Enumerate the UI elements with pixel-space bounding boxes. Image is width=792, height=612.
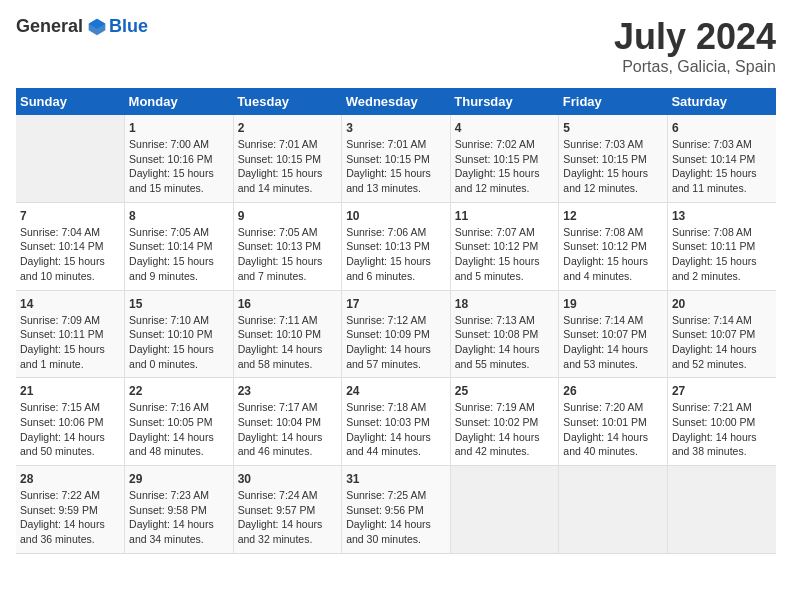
calendar-cell: 21Sunrise: 7:15 AMSunset: 10:06 PMDaylig… (16, 378, 125, 466)
calendar-cell: 16Sunrise: 7:11 AMSunset: 10:10 PMDaylig… (233, 290, 342, 378)
calendar-cell: 3Sunrise: 7:01 AMSunset: 10:15 PMDayligh… (342, 115, 451, 202)
day-info: Sunrise: 7:01 AMSunset: 10:15 PMDaylight… (346, 137, 446, 196)
calendar-cell: 15Sunrise: 7:10 AMSunset: 10:10 PMDaylig… (125, 290, 234, 378)
day-info: Sunrise: 7:05 AMSunset: 10:13 PMDaylight… (238, 225, 338, 284)
calendar-cell: 19Sunrise: 7:14 AMSunset: 10:07 PMDaylig… (559, 290, 668, 378)
day-number: 8 (129, 209, 229, 223)
calendar-cell: 26Sunrise: 7:20 AMSunset: 10:01 PMDaylig… (559, 378, 668, 466)
header-monday: Monday (125, 88, 234, 115)
day-info: Sunrise: 7:21 AMSunset: 10:00 PMDaylight… (672, 400, 772, 459)
calendar-cell: 13Sunrise: 7:08 AMSunset: 10:11 PMDaylig… (667, 202, 776, 290)
day-info: Sunrise: 7:13 AMSunset: 10:08 PMDaylight… (455, 313, 555, 372)
day-info: Sunrise: 7:02 AMSunset: 10:15 PMDaylight… (455, 137, 555, 196)
day-number: 26 (563, 384, 663, 398)
calendar-cell: 2Sunrise: 7:01 AMSunset: 10:15 PMDayligh… (233, 115, 342, 202)
calendar-cell: 18Sunrise: 7:13 AMSunset: 10:08 PMDaylig… (450, 290, 559, 378)
calendar-cell (450, 466, 559, 554)
day-number: 16 (238, 297, 338, 311)
day-info: Sunrise: 7:23 AMSunset: 9:58 PMDaylight:… (129, 488, 229, 547)
week-row-5: 28Sunrise: 7:22 AMSunset: 9:59 PMDayligh… (16, 466, 776, 554)
day-number: 24 (346, 384, 446, 398)
header-saturday: Saturday (667, 88, 776, 115)
page-title: July 2024 (614, 16, 776, 58)
header-thursday: Thursday (450, 88, 559, 115)
header-sunday: Sunday (16, 88, 125, 115)
calendar-body: 1Sunrise: 7:00 AMSunset: 10:16 PMDayligh… (16, 115, 776, 553)
day-info: Sunrise: 7:08 AMSunset: 10:12 PMDaylight… (563, 225, 663, 284)
day-number: 13 (672, 209, 772, 223)
day-number: 25 (455, 384, 555, 398)
day-number: 11 (455, 209, 555, 223)
logo-icon (87, 17, 107, 37)
day-number: 14 (20, 297, 120, 311)
calendar-cell (559, 466, 668, 554)
calendar-cell (667, 466, 776, 554)
day-number: 18 (455, 297, 555, 311)
day-number: 5 (563, 121, 663, 135)
calendar-cell: 8Sunrise: 7:05 AMSunset: 10:14 PMDayligh… (125, 202, 234, 290)
day-number: 6 (672, 121, 772, 135)
day-info: Sunrise: 7:11 AMSunset: 10:10 PMDaylight… (238, 313, 338, 372)
calendar-cell: 30Sunrise: 7:24 AMSunset: 9:57 PMDayligh… (233, 466, 342, 554)
day-info: Sunrise: 7:22 AMSunset: 9:59 PMDaylight:… (20, 488, 120, 547)
calendar-cell: 22Sunrise: 7:16 AMSunset: 10:05 PMDaylig… (125, 378, 234, 466)
day-number: 21 (20, 384, 120, 398)
day-number: 30 (238, 472, 338, 486)
day-info: Sunrise: 7:24 AMSunset: 9:57 PMDaylight:… (238, 488, 338, 547)
day-info: Sunrise: 7:18 AMSunset: 10:03 PMDaylight… (346, 400, 446, 459)
logo-general-text: General (16, 16, 83, 37)
page-header: General Blue July 2024 Portas, Galicia, … (16, 16, 776, 76)
calendar-cell: 11Sunrise: 7:07 AMSunset: 10:12 PMDaylig… (450, 202, 559, 290)
day-number: 20 (672, 297, 772, 311)
logo: General Blue (16, 16, 148, 37)
logo-blue-text: Blue (109, 16, 148, 37)
calendar-cell: 6Sunrise: 7:03 AMSunset: 10:14 PMDayligh… (667, 115, 776, 202)
day-number: 9 (238, 209, 338, 223)
calendar-cell: 20Sunrise: 7:14 AMSunset: 10:07 PMDaylig… (667, 290, 776, 378)
day-info: Sunrise: 7:09 AMSunset: 10:11 PMDaylight… (20, 313, 120, 372)
day-info: Sunrise: 7:25 AMSunset: 9:56 PMDaylight:… (346, 488, 446, 547)
day-number: 23 (238, 384, 338, 398)
day-info: Sunrise: 7:03 AMSunset: 10:15 PMDaylight… (563, 137, 663, 196)
calendar-cell: 7Sunrise: 7:04 AMSunset: 10:14 PMDayligh… (16, 202, 125, 290)
calendar-cell: 27Sunrise: 7:21 AMSunset: 10:00 PMDaylig… (667, 378, 776, 466)
calendar-cell: 12Sunrise: 7:08 AMSunset: 10:12 PMDaylig… (559, 202, 668, 290)
calendar-cell: 17Sunrise: 7:12 AMSunset: 10:09 PMDaylig… (342, 290, 451, 378)
calendar-table: Sunday Monday Tuesday Wednesday Thursday… (16, 88, 776, 554)
week-row-4: 21Sunrise: 7:15 AMSunset: 10:06 PMDaylig… (16, 378, 776, 466)
day-info: Sunrise: 7:00 AMSunset: 10:16 PMDaylight… (129, 137, 229, 196)
day-number: 27 (672, 384, 772, 398)
day-info: Sunrise: 7:10 AMSunset: 10:10 PMDaylight… (129, 313, 229, 372)
day-number: 22 (129, 384, 229, 398)
week-row-2: 7Sunrise: 7:04 AMSunset: 10:14 PMDayligh… (16, 202, 776, 290)
day-info: Sunrise: 7:12 AMSunset: 10:09 PMDaylight… (346, 313, 446, 372)
calendar-header: Sunday Monday Tuesday Wednesday Thursday… (16, 88, 776, 115)
day-number: 12 (563, 209, 663, 223)
header-friday: Friday (559, 88, 668, 115)
day-info: Sunrise: 7:14 AMSunset: 10:07 PMDaylight… (563, 313, 663, 372)
week-row-1: 1Sunrise: 7:00 AMSunset: 10:16 PMDayligh… (16, 115, 776, 202)
title-section: July 2024 Portas, Galicia, Spain (614, 16, 776, 76)
header-tuesday: Tuesday (233, 88, 342, 115)
day-number: 29 (129, 472, 229, 486)
week-row-3: 14Sunrise: 7:09 AMSunset: 10:11 PMDaylig… (16, 290, 776, 378)
day-number: 28 (20, 472, 120, 486)
day-info: Sunrise: 7:16 AMSunset: 10:05 PMDaylight… (129, 400, 229, 459)
day-info: Sunrise: 7:20 AMSunset: 10:01 PMDaylight… (563, 400, 663, 459)
page-subtitle: Portas, Galicia, Spain (614, 58, 776, 76)
calendar-cell: 25Sunrise: 7:19 AMSunset: 10:02 PMDaylig… (450, 378, 559, 466)
calendar-cell: 28Sunrise: 7:22 AMSunset: 9:59 PMDayligh… (16, 466, 125, 554)
day-info: Sunrise: 7:08 AMSunset: 10:11 PMDaylight… (672, 225, 772, 284)
calendar-cell: 23Sunrise: 7:17 AMSunset: 10:04 PMDaylig… (233, 378, 342, 466)
day-number: 7 (20, 209, 120, 223)
calendar-cell: 9Sunrise: 7:05 AMSunset: 10:13 PMDayligh… (233, 202, 342, 290)
day-info: Sunrise: 7:07 AMSunset: 10:12 PMDaylight… (455, 225, 555, 284)
calendar-cell: 4Sunrise: 7:02 AMSunset: 10:15 PMDayligh… (450, 115, 559, 202)
calendar-cell: 31Sunrise: 7:25 AMSunset: 9:56 PMDayligh… (342, 466, 451, 554)
calendar-cell: 10Sunrise: 7:06 AMSunset: 10:13 PMDaylig… (342, 202, 451, 290)
calendar-cell: 14Sunrise: 7:09 AMSunset: 10:11 PMDaylig… (16, 290, 125, 378)
header-wednesday: Wednesday (342, 88, 451, 115)
day-number: 31 (346, 472, 446, 486)
day-info: Sunrise: 7:03 AMSunset: 10:14 PMDaylight… (672, 137, 772, 196)
day-info: Sunrise: 7:05 AMSunset: 10:14 PMDaylight… (129, 225, 229, 284)
